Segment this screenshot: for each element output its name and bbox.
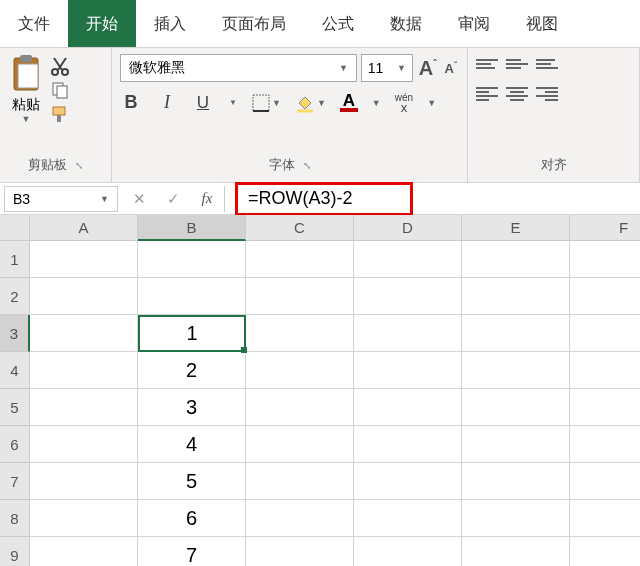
cell[interactable] — [570, 389, 640, 426]
tab-review[interactable]: 审阅 — [440, 0, 508, 47]
cell[interactable] — [570, 500, 640, 537]
cell[interactable] — [354, 537, 462, 566]
font-size-select[interactable]: 11▼ — [361, 54, 413, 82]
cell[interactable] — [246, 278, 354, 315]
cell[interactable] — [138, 241, 246, 278]
increase-font-icon[interactable]: Aˆ — [417, 57, 439, 80]
row-header[interactable]: 9 — [0, 537, 30, 566]
cell[interactable] — [30, 389, 138, 426]
col-header[interactable]: E — [462, 215, 570, 241]
tab-home[interactable]: 开始 — [68, 0, 136, 47]
bold-button[interactable]: B — [120, 92, 142, 113]
col-header[interactable]: F — [570, 215, 640, 241]
cell[interactable] — [354, 278, 462, 315]
caret-down-icon[interactable]: ▼ — [372, 98, 381, 108]
align-middle-button[interactable] — [506, 54, 528, 74]
cell[interactable] — [570, 463, 640, 500]
cell[interactable] — [570, 315, 640, 352]
col-header[interactable]: B — [138, 215, 246, 241]
insert-function-icon[interactable]: fx — [190, 190, 224, 207]
cell[interactable] — [570, 352, 640, 389]
font-name-select[interactable]: 微软雅黑▼ — [120, 54, 357, 82]
cell[interactable] — [570, 537, 640, 566]
cell[interactable] — [30, 537, 138, 566]
cell[interactable] — [462, 352, 570, 389]
decrease-font-icon[interactable]: Aˇ — [443, 60, 459, 76]
cell[interactable] — [354, 241, 462, 278]
row-header[interactable]: 5 — [0, 389, 30, 426]
caret-down-icon[interactable]: ▼ — [427, 98, 436, 108]
row-header[interactable]: 8 — [0, 500, 30, 537]
row-header[interactable]: 2 — [0, 278, 30, 315]
cell[interactable] — [30, 241, 138, 278]
row-header[interactable]: 4 — [0, 352, 30, 389]
cell[interactable] — [246, 463, 354, 500]
cell[interactable] — [354, 315, 462, 352]
tab-view[interactable]: 视图 — [508, 0, 576, 47]
row-header[interactable]: 7 — [0, 463, 30, 500]
cell[interactable] — [30, 463, 138, 500]
cell[interactable] — [462, 426, 570, 463]
cell[interactable]: 3 — [138, 389, 246, 426]
caret-down-icon[interactable]: ▼ — [228, 98, 238, 107]
cell[interactable] — [462, 537, 570, 566]
tab-data[interactable]: 数据 — [372, 0, 440, 47]
border-button[interactable]: ▼ — [252, 94, 281, 112]
row-header[interactable]: 3 — [0, 315, 30, 352]
cell[interactable] — [30, 426, 138, 463]
cell[interactable] — [462, 389, 570, 426]
cell[interactable] — [30, 500, 138, 537]
enter-formula-icon[interactable]: ✓ — [156, 190, 190, 208]
cut-icon[interactable] — [50, 56, 70, 76]
cell[interactable] — [30, 352, 138, 389]
italic-button[interactable]: I — [156, 92, 178, 113]
cell[interactable] — [570, 241, 640, 278]
cell[interactable]: 6 — [138, 500, 246, 537]
cell[interactable] — [354, 352, 462, 389]
underline-button[interactable]: U — [192, 93, 214, 113]
tab-page-layout[interactable]: 页面布局 — [204, 0, 304, 47]
cell[interactable] — [462, 463, 570, 500]
cancel-formula-icon[interactable]: ✕ — [122, 190, 156, 208]
cell[interactable] — [246, 500, 354, 537]
tab-formula[interactable]: 公式 — [304, 0, 372, 47]
align-center-button[interactable] — [506, 84, 528, 104]
cell[interactable] — [462, 278, 570, 315]
format-painter-icon[interactable] — [50, 104, 70, 124]
align-left-button[interactable] — [476, 84, 498, 104]
cell[interactable]: 7 — [138, 537, 246, 566]
cell[interactable] — [246, 537, 354, 566]
dialog-launcher-icon[interactable]: ⤡ — [75, 160, 83, 171]
cell[interactable]: 2 — [138, 352, 246, 389]
phonetic-guide-button[interactable]: wén x — [395, 93, 413, 113]
cell[interactable]: 5 — [138, 463, 246, 500]
cell[interactable] — [246, 426, 354, 463]
cell[interactable] — [462, 315, 570, 352]
cell-selected[interactable]: 1 — [138, 315, 246, 352]
cell[interactable] — [246, 241, 354, 278]
col-header[interactable]: C — [246, 215, 354, 241]
row-header[interactable]: 1 — [0, 241, 30, 278]
name-box[interactable]: B3▼ — [4, 186, 118, 212]
col-header[interactable]: D — [354, 215, 462, 241]
cell[interactable] — [138, 278, 246, 315]
cell[interactable] — [30, 315, 138, 352]
font-color-button[interactable]: A — [340, 94, 358, 112]
align-top-button[interactable] — [476, 54, 498, 74]
cell[interactable] — [462, 500, 570, 537]
align-bottom-button[interactable] — [536, 54, 558, 74]
copy-icon[interactable] — [50, 80, 70, 100]
cell[interactable] — [246, 315, 354, 352]
row-header[interactable]: 6 — [0, 426, 30, 463]
cell[interactable] — [354, 389, 462, 426]
paste-button[interactable]: 粘贴 ▼ — [8, 54, 44, 124]
cell[interactable] — [462, 241, 570, 278]
cell[interactable] — [246, 389, 354, 426]
cell[interactable]: 4 — [138, 426, 246, 463]
cell[interactable] — [354, 463, 462, 500]
cell[interactable] — [570, 426, 640, 463]
dialog-launcher-icon[interactable]: ⤡ — [303, 160, 311, 171]
cell[interactable] — [30, 278, 138, 315]
formula-bar[interactable]: =ROW(A3)-2 — [225, 186, 640, 212]
col-header[interactable]: A — [30, 215, 138, 241]
